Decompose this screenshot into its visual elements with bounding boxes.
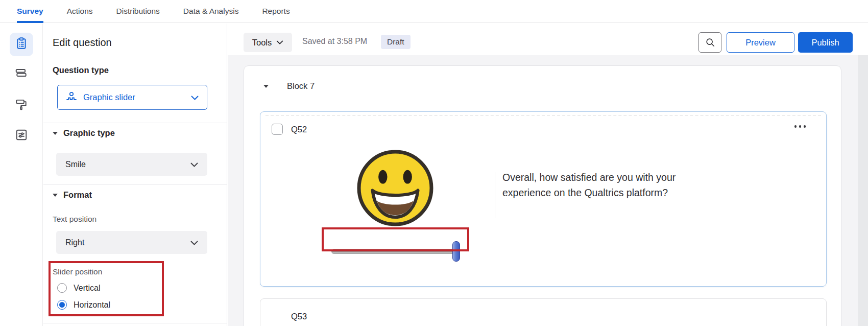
question-type-value: Graphic slider — [83, 92, 191, 102]
annotation-box-slider-position — [49, 261, 164, 316]
text-position-select[interactable]: Right — [56, 231, 207, 254]
sidebar-item-survey-options[interactable] — [10, 124, 33, 148]
tools-label: Tools — [252, 38, 272, 48]
panel-title: Edit question — [53, 37, 112, 49]
nav-tab-distributions[interactable]: Distributions — [116, 0, 160, 23]
survey-flow-icon — [15, 66, 28, 81]
chevron-down-icon — [276, 40, 283, 44]
nav-tab-reports[interactable]: Reports — [262, 0, 290, 23]
graphic-type-section-header[interactable]: Graphic type — [53, 128, 115, 138]
survey-builder-icon — [15, 37, 28, 52]
format-label: Format — [63, 190, 92, 200]
format-section-header[interactable]: Format — [53, 190, 92, 200]
nav-tab-actions[interactable]: Actions — [67, 0, 93, 23]
sidebar-item-look-and-feel[interactable] — [10, 94, 33, 117]
chevron-down-icon — [191, 93, 199, 102]
chevron-down-icon — [190, 238, 198, 247]
sidebar-item-survey-flow[interactable] — [10, 62, 33, 85]
drag-indicator-line — [266, 115, 821, 116]
block-header[interactable]: Block 7 — [263, 81, 315, 91]
collapse-caret-icon — [53, 194, 58, 197]
question-card-q52[interactable]: Q52 Overall, how satisfied are — [260, 111, 827, 287]
collapse-caret-icon — [53, 132, 58, 135]
edit-question-panel: Edit question Question type Graphic slid… — [43, 24, 227, 326]
question-type-label: Question type — [53, 65, 109, 75]
search-icon — [705, 37, 715, 48]
annotation-box-question-slider — [322, 227, 469, 251]
question-id: Q53 — [291, 312, 307, 321]
question-type-select[interactable]: Graphic slider — [57, 85, 207, 110]
saved-status-text: Saved at 3:58 PM — [302, 37, 367, 46]
divider — [43, 323, 227, 323]
graphic-type-value: Smile — [65, 160, 190, 169]
preview-button[interactable]: Preview — [727, 32, 794, 53]
search-button[interactable] — [698, 32, 721, 53]
publish-button[interactable]: Publish — [798, 32, 853, 53]
smile-emoji-graphic — [355, 148, 435, 228]
question-text[interactable]: Overall, how satisfied are you with your… — [502, 170, 676, 200]
nav-tab-survey[interactable]: Survey — [17, 0, 43, 23]
draft-status-badge: Draft — [381, 35, 411, 49]
graphic-type-label: Graphic type — [63, 128, 115, 138]
top-nav: Survey Actions Distributions Data & Anal… — [0, 0, 868, 23]
vertical-scrollbar[interactable] — [858, 55, 868, 326]
graphic-type-select[interactable]: Smile — [56, 153, 207, 176]
nav-tab-data-analysis[interactable]: Data & Analysis — [183, 0, 239, 23]
sidebar-item-survey-builder[interactable] — [10, 33, 33, 56]
ellipsis-menu-icon[interactable] — [792, 123, 808, 130]
survey-options-icon — [15, 128, 28, 144]
text-position-label: Text position — [53, 215, 97, 224]
paint-roller-icon — [15, 98, 28, 113]
chevron-down-icon — [190, 160, 198, 169]
question-checkbox[interactable] — [272, 124, 283, 135]
qualtrics-survey-editor: Survey Actions Distributions Data & Anal… — [0, 0, 868, 326]
divider — [43, 184, 227, 185]
tools-button[interactable]: Tools — [244, 33, 292, 52]
question-card-q53[interactable]: Q53 — [260, 298, 827, 326]
divider — [43, 123, 227, 123]
left-icon-rail — [0, 24, 43, 326]
block-title: Block 7 — [287, 81, 315, 91]
graphic-slider-icon — [66, 91, 77, 104]
block-collapse-caret-icon[interactable] — [263, 85, 269, 88]
question-text-divider — [495, 172, 495, 218]
text-position-value: Right — [65, 238, 190, 247]
question-id: Q52 — [291, 125, 307, 134]
survey-canvas: Block 7 Q52 — [244, 65, 841, 326]
